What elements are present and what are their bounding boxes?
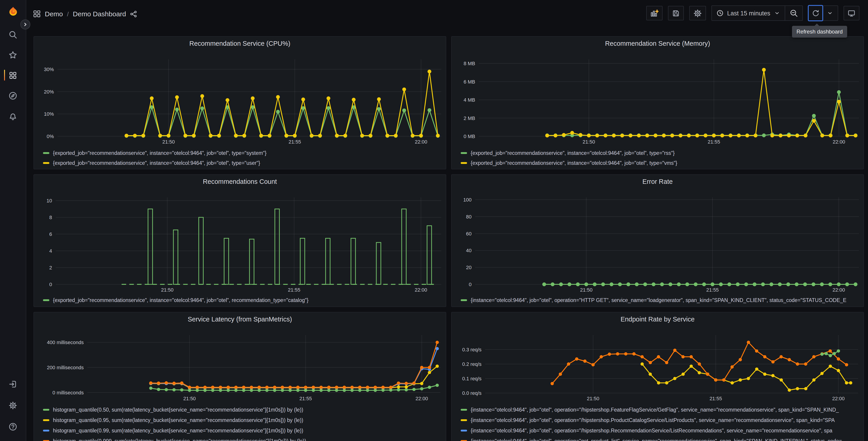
angle-right-icon (23, 22, 28, 27)
panel-6: Endpoint Rate by Service0.0 req/s0.1 req… (451, 312, 864, 441)
svg-text:40: 40 (466, 248, 471, 253)
breadcrumb: Demo / Demo Dashboard (33, 10, 137, 18)
svg-text:0.1 req/s: 0.1 req/s (462, 376, 482, 381)
sidebar-item-dashboards[interactable] (4, 66, 22, 84)
legend-swatch (461, 409, 467, 410)
legend-item[interactable]: histogram_quantile(0.95, sum(rate(latenc… (43, 415, 442, 425)
sidebar-top-nav (4, 25, 22, 125)
plot-area[interactable]: 02040608010021:5021:5522:00 (452, 175, 864, 307)
time-range-picker[interactable]: Last 15 minutes (712, 6, 785, 20)
legend-label: {instance="otelcol:9464", job="otel", op… (471, 438, 842, 441)
legend-item[interactable]: {exported_job="recommendationservice", i… (461, 158, 860, 168)
legend-item[interactable]: {exported_job="recommendationservice", i… (43, 295, 442, 305)
legend-label: {instance="otelcol:9464", job="otel", op… (471, 297, 846, 303)
svg-text:8 MB: 8 MB (464, 61, 475, 66)
legend-label: {exported_job="recommendationservice", i… (471, 160, 677, 166)
clock-icon (716, 9, 723, 17)
svg-text:0.3 req/s: 0.3 req/s (462, 347, 482, 352)
legend-label: {exported_job="recommendationservice", i… (53, 160, 260, 166)
svg-text:21:50: 21:50 (583, 139, 595, 145)
panel-4: Error Rate02040608010021:5021:5522:00{in… (451, 174, 864, 307)
sidebar-expand-button[interactable] (20, 20, 30, 29)
sidebar-item-help[interactable] (4, 417, 22, 436)
legend-swatch (461, 419, 467, 421)
breadcrumb-page[interactable]: Demo Dashboard (73, 10, 126, 18)
legend-item[interactable]: {instance="otelcol:9464", job="otel", op… (461, 415, 860, 425)
search-minus-icon (790, 9, 798, 17)
bell-icon (9, 112, 17, 120)
sidebar-item-configuration[interactable] (4, 396, 22, 414)
svg-text:22:00: 22:00 (833, 287, 845, 293)
share-icon[interactable] (130, 10, 137, 18)
time-range-label: Last 15 minutes (727, 10, 770, 17)
sidebar-item-search[interactable] (4, 25, 22, 43)
svg-text:22:00: 22:00 (415, 287, 427, 293)
search-icon (9, 30, 17, 39)
legend-label: {instance="otelcol:9464", job="otel", op… (471, 428, 832, 433)
legend-item[interactable]: histogram_quantile(0.50, sum(rate(latenc… (43, 404, 442, 415)
top-header: Demo / Demo Dashboard Last 15 minutes (26, 0, 868, 28)
save-dashboard-button[interactable] (668, 6, 684, 20)
legend-label: histogram_quantile(0.999, sum(rate(laten… (53, 438, 306, 441)
svg-text:4: 4 (49, 248, 52, 254)
svg-text:21:50: 21:50 (161, 287, 174, 293)
kiosk-mode-button[interactable] (843, 6, 859, 20)
svg-text:200 milliseconds: 200 milliseconds (47, 365, 84, 371)
legend-swatch (461, 440, 467, 441)
legend-swatch (461, 430, 467, 431)
grafana-logo[interactable] (7, 6, 19, 18)
add-panel-icon (650, 9, 658, 17)
sidebar-item-alerting[interactable] (4, 107, 22, 125)
svg-text:400 milliseconds: 400 milliseconds (47, 340, 84, 345)
grafana-app: Demo / Demo Dashboard Last 15 minutes (0, 0, 868, 441)
legend-item[interactable]: {exported_job="recommendationservice", i… (43, 148, 442, 158)
svg-text:21:55: 21:55 (708, 139, 720, 145)
svg-text:21:55: 21:55 (710, 396, 722, 401)
refresh-interval-dropdown[interactable] (822, 6, 838, 20)
refresh-group (808, 5, 838, 21)
zoom-out-button[interactable] (785, 6, 802, 20)
svg-text:60: 60 (466, 231, 471, 237)
svg-text:30%: 30% (44, 66, 54, 72)
legend-item[interactable]: {instance="otelcol:9464", job="otel", op… (461, 436, 860, 441)
svg-text:20: 20 (466, 265, 471, 270)
panel-legend: histogram_quantile(0.50, sum(rate(latenc… (43, 404, 442, 441)
plot-area[interactable]: 024681021:5021:5522:00 (34, 175, 446, 307)
panel-2: Recommendation Service (Memory)0 MB2 MB4… (451, 36, 864, 169)
legend-swatch (43, 299, 49, 301)
panel-3: Recommendations Count024681021:5021:5522… (33, 174, 446, 307)
svg-text:6: 6 (49, 231, 52, 237)
legend-swatch (43, 430, 49, 431)
svg-text:21:55: 21:55 (706, 287, 719, 293)
dashboard-settings-button[interactable] (689, 6, 706, 20)
legend-swatch (43, 162, 49, 164)
svg-text:21:55: 21:55 (288, 287, 300, 293)
legend-item[interactable]: histogram_quantile(0.999, sum(rate(laten… (43, 436, 442, 441)
panel-legend: {instance="otelcol:9464", job="otel", op… (461, 295, 860, 305)
sidebar-item-sign-in[interactable] (4, 375, 22, 393)
chevron-down-icon (827, 10, 833, 16)
legend-item[interactable]: {exported_job="recommendationservice", i… (43, 158, 442, 168)
legend-item[interactable]: {exported_job="recommendationservice", i… (461, 148, 860, 158)
svg-text:0.0 req/s: 0.0 req/s (462, 390, 482, 396)
svg-text:8: 8 (49, 215, 52, 220)
sidebar (0, 0, 26, 441)
legend-item[interactable]: {instance="otelcol:9464", job="otel", op… (461, 404, 860, 415)
dashboard-toolbar: Last 15 minutes (646, 5, 859, 21)
sidebar-item-starred[interactable] (4, 46, 22, 64)
legend-label: {exported_job="recommendationservice", i… (53, 297, 308, 303)
legend-item[interactable]: histogram_quantile(0.99, sum(rate(latenc… (43, 425, 442, 436)
legend-swatch (461, 152, 467, 154)
add-panel-button[interactable] (646, 6, 662, 20)
breadcrumb-section[interactable]: Demo (45, 10, 63, 18)
svg-text:0%: 0% (46, 134, 54, 139)
gear-icon (9, 401, 17, 410)
save-icon (672, 9, 680, 17)
legend-item[interactable]: {instance="otelcol:9464", job="otel", op… (461, 425, 860, 436)
legend-swatch (461, 162, 467, 164)
legend-item[interactable]: {instance="otelcol:9464", job="otel", op… (461, 295, 860, 305)
sidebar-item-explore[interactable] (4, 86, 22, 105)
refresh-button[interactable] (808, 5, 823, 21)
svg-text:0: 0 (49, 282, 52, 287)
svg-text:2 MB: 2 MB (464, 115, 475, 121)
